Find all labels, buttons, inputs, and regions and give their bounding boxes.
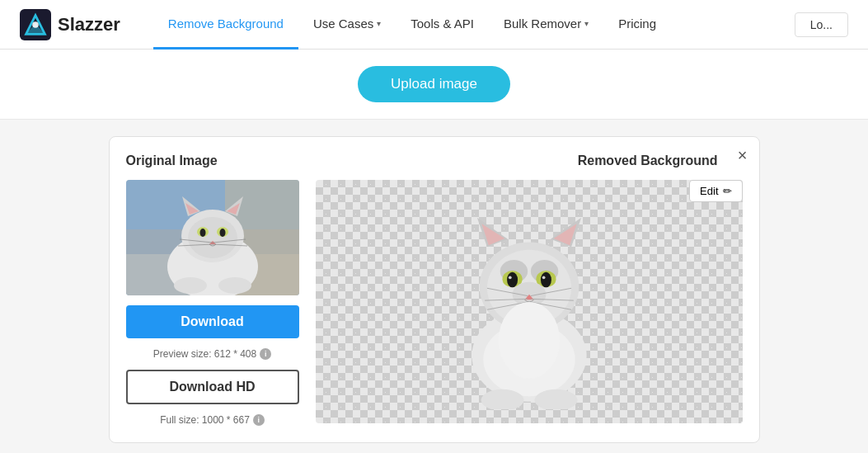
result-panel: × Original Image Removed Background (109, 136, 760, 443)
download-hd-button[interactable]: Download HD (126, 370, 299, 404)
svg-marker-30 (481, 224, 504, 245)
logo-icon (20, 9, 51, 40)
original-image-label: Original Image (126, 153, 218, 168)
edit-button[interactable]: Edit ✏ (689, 180, 742, 202)
removed-background-image (316, 180, 743, 423)
preview-size-text: Preview size: 612 * 408 i (153, 348, 271, 360)
svg-point-12 (188, 217, 237, 258)
full-size-text: Full size: 1000 * 667 i (160, 414, 265, 426)
svg-point-36 (507, 271, 518, 287)
logo-text: Slazzer (58, 14, 120, 35)
panel-headers: Original Image Removed Background (126, 153, 743, 168)
svg-point-39 (542, 276, 545, 279)
upload-bar: Upload image (0, 50, 868, 120)
nav-bulk-remover[interactable]: Bulk Remover ▾ (489, 0, 603, 50)
main-nav: Remove Background Use Cases ▾ Tools & AP… (153, 0, 795, 50)
nav-remove-background[interactable]: Remove Background (153, 0, 298, 50)
svg-point-15 (199, 229, 205, 237)
full-size-info-icon[interactable]: i (253, 414, 265, 426)
removed-background-label: Removed Background (578, 153, 718, 168)
edit-icon: ✏ (723, 185, 732, 197)
download-button[interactable]: Download (126, 305, 299, 338)
svg-point-19 (218, 277, 251, 294)
cat-transparent-svg (439, 195, 620, 409)
logo[interactable]: Slazzer (20, 9, 120, 40)
nav-use-cases[interactable]: Use Cases ▾ (298, 0, 396, 50)
svg-point-38 (508, 276, 511, 279)
panel-body: Download Preview size: 612 * 408 i Downl… (126, 180, 743, 426)
preview-info-icon[interactable]: i (260, 348, 271, 360)
chevron-down-icon-bulk: ▾ (584, 19, 589, 28)
header: Slazzer Remove Background Use Cases ▾ To… (0, 0, 868, 50)
svg-point-18 (174, 277, 207, 294)
chevron-down-icon: ▾ (377, 19, 381, 28)
right-column: Edit ✏ (316, 180, 743, 426)
close-button[interactable]: × (738, 147, 748, 163)
svg-point-50 (498, 302, 559, 379)
upload-image-button[interactable]: Upload image (358, 66, 510, 102)
left-column: Download Preview size: 612 * 408 i Downl… (126, 180, 299, 426)
svg-point-16 (219, 229, 225, 237)
nav-tools-api[interactable]: Tools & API (396, 0, 489, 50)
nav-pricing[interactable]: Pricing (603, 0, 671, 50)
svg-marker-31 (553, 224, 576, 245)
original-image (126, 180, 299, 295)
svg-point-1 (32, 21, 39, 28)
svg-point-37 (540, 271, 551, 287)
login-button[interactable]: Lo... (795, 12, 848, 37)
main-content: × Original Image Removed Background (0, 120, 868, 453)
